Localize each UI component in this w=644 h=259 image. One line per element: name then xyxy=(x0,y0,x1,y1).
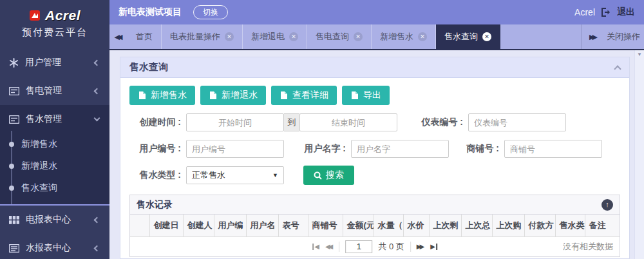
main-content: 售水查询 新增售水 新增退水 xyxy=(109,50,644,259)
shop-no-input[interactable] xyxy=(504,140,602,158)
sidebar-subitem-label: 新增售水 xyxy=(21,139,57,150)
top-header-bar: 新电表测试项目 切换 Acrel 退出 xyxy=(109,0,644,24)
bullet-icon xyxy=(9,142,14,147)
view-detail-button[interactable]: 查看详细 xyxy=(271,86,337,105)
export-button[interactable]: 导出 xyxy=(342,86,390,105)
account-name: Acrel xyxy=(574,7,595,17)
form-row-1: 创建时间 : 到 仪表编号 : xyxy=(129,113,620,131)
sidebar-item-electricity-sales[interactable]: 售电管理 xyxy=(0,77,109,105)
scrollbar-track[interactable]: ▼ xyxy=(634,50,644,259)
column-header-user-no: 用户编 xyxy=(214,215,246,236)
sidebar-item-user-management[interactable]: 用户管理 xyxy=(0,48,109,77)
bullet-icon xyxy=(9,164,14,169)
no-data-message: 没有相关数据 xyxy=(563,241,620,253)
search-button[interactable]: 搜索 xyxy=(303,166,354,185)
tab-label: 新增退电 xyxy=(251,31,285,43)
user-name-input[interactable] xyxy=(351,140,449,158)
new-water-refund-button[interactable]: 新增退水 xyxy=(200,86,266,105)
sidebar-item-label: 水报表中心 xyxy=(26,242,71,254)
tab-close-icon[interactable]: ✕ xyxy=(354,32,363,41)
panel-header: 售水查询 xyxy=(120,57,629,78)
sidebar-subitem-new-water-refund[interactable]: 新增退水 xyxy=(0,155,109,177)
tab-water-sale-query-active[interactable]: 售水查询 ✕ xyxy=(436,24,500,49)
asterisk-icon xyxy=(9,58,19,68)
column-header-user-name: 用户名 xyxy=(246,215,278,236)
tab-new-water-sale[interactable]: 新增售水 ✕ xyxy=(372,24,436,49)
logout-button[interactable]: 退出 xyxy=(617,6,635,18)
page-number-input[interactable] xyxy=(345,240,372,253)
sidebar-item-water-sales[interactable]: 售水管理 xyxy=(0,105,109,133)
sidebar-subitem-new-water-sale[interactable]: 新增售水 xyxy=(0,133,109,155)
file-icon xyxy=(138,91,146,100)
tabs-scroll-left-icon[interactable]: ◀◀ xyxy=(109,24,128,49)
tab-bar: ◀◀ 首页 电表批量操作 ✕ 新增退电 ✕ 售电查询 ✕ 新增售水 ✕ 售水查询… xyxy=(109,24,644,50)
column-header-select xyxy=(130,215,149,236)
prev-page-icon[interactable]: ◀◀ xyxy=(325,244,333,250)
shop-no-label: 商铺号 : xyxy=(459,143,499,155)
user-no-input[interactable] xyxy=(186,140,284,158)
switch-project-button[interactable]: 切换 xyxy=(193,5,228,19)
card-icon xyxy=(9,115,19,124)
tabs-scroll-right-icon[interactable]: ▶▶ xyxy=(589,33,598,41)
tab-label: 电表批量操作 xyxy=(170,31,220,43)
sale-type-label: 售水类型 : xyxy=(129,169,181,181)
tab-label: 售电查询 xyxy=(316,31,349,43)
tab-close-icon[interactable]: ✕ xyxy=(289,32,298,41)
column-header-water-volume: 水量（ xyxy=(374,215,403,236)
panel-title: 售水查询 xyxy=(129,61,168,73)
divider xyxy=(410,242,411,252)
chevron-left-icon xyxy=(94,88,100,94)
table-header-row: 创建日 创建人 用户编 用户名 表号 商铺号 金额(元 水量（ 水价 上次剩 上… xyxy=(130,215,620,236)
tab-meter-batch-ops[interactable]: 电表批量操作 ✕ xyxy=(162,24,243,49)
meter-no-input[interactable] xyxy=(468,113,566,131)
pagination-bar: ◀ ◀◀ 共 0 页 ▶▶ ▶ 没有相关数据 xyxy=(130,237,620,256)
close-operations-menu[interactable]: 关闭操作 xyxy=(607,31,640,43)
total-pages-label: 共 0 页 xyxy=(378,241,404,253)
form-row-3: 售水类型 : 正常售水 ▼ 搜索 xyxy=(129,166,620,184)
grid-icon xyxy=(9,216,19,224)
to-label: 到 xyxy=(284,113,299,131)
tab-home[interactable]: 首页 xyxy=(128,24,162,49)
end-time-input[interactable] xyxy=(299,113,397,131)
chevron-left-icon xyxy=(94,59,100,66)
last-page-icon[interactable]: ▶ xyxy=(430,244,437,250)
first-page-icon[interactable]: ◀ xyxy=(312,244,319,250)
file-icon xyxy=(209,91,217,100)
tab-close-icon[interactable]: ✕ xyxy=(482,32,491,41)
column-header-amount: 金额(元 xyxy=(343,215,374,236)
button-label: 搜索 xyxy=(326,169,344,181)
chevron-left-icon xyxy=(94,216,100,223)
sidebar: Acrel 预付费云平台 用户管理 售电管理 xyxy=(0,0,109,259)
user-name-label: 用户名字 : xyxy=(299,143,346,155)
next-page-icon[interactable]: ▶▶ xyxy=(417,244,424,250)
new-water-sale-button[interactable]: 新增售水 xyxy=(129,86,195,105)
user-no-label: 用户编号 : xyxy=(129,143,181,155)
button-label: 新增售水 xyxy=(151,90,187,101)
sale-type-selected-value: 正常售水 xyxy=(192,169,225,181)
meter-no-label: 仪表编号 : xyxy=(412,117,463,128)
records-title: 售水记录 xyxy=(137,199,173,211)
tab-close-icon[interactable]: ✕ xyxy=(225,32,234,41)
chevron-down-icon xyxy=(94,115,100,122)
create-time-label: 创建时间 : xyxy=(129,117,181,128)
brand-area: Acrel 预付费云平台 xyxy=(0,0,109,48)
scrollbar-arrow-icon[interactable]: ▼ xyxy=(635,50,644,59)
column-header-payment-method: 付款方 xyxy=(524,215,555,236)
file-icon xyxy=(350,91,359,100)
tab-power-sale-query[interactable]: 售电查询 ✕ xyxy=(307,24,372,49)
tab-new-power-refund[interactable]: 新增退电 ✕ xyxy=(243,24,307,49)
sidebar-subitem-water-sale-query[interactable]: 售水查询 xyxy=(0,177,109,199)
sidebar-item-label: 用户管理 xyxy=(25,57,61,68)
start-time-input[interactable] xyxy=(186,113,284,131)
sidebar-item-water-report-center[interactable]: 水报表中心 xyxy=(0,234,109,259)
collapse-up-circle-icon[interactable]: ↑ xyxy=(601,199,613,211)
sale-type-select[interactable]: 正常售水 ▼ xyxy=(186,166,284,184)
tab-close-icon[interactable]: ✕ xyxy=(418,32,427,41)
file-icon xyxy=(279,91,288,100)
collapse-chevron-icon[interactable] xyxy=(614,65,621,72)
records-header: 售水记录 ↑ xyxy=(130,195,620,215)
sidebar-item-electricity-report-center[interactable]: 电报表中心 xyxy=(0,206,109,234)
column-header-last-total: 上次总 xyxy=(461,215,492,236)
logout-icon[interactable] xyxy=(601,8,611,17)
column-header-create-date: 创建日 xyxy=(149,215,183,236)
